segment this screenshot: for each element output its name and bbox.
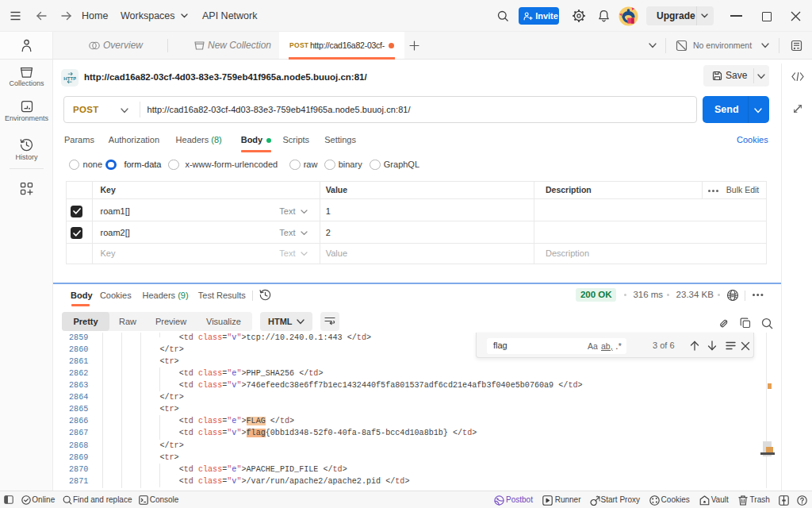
svg-text:HTTP: HTTP — [63, 75, 76, 81]
